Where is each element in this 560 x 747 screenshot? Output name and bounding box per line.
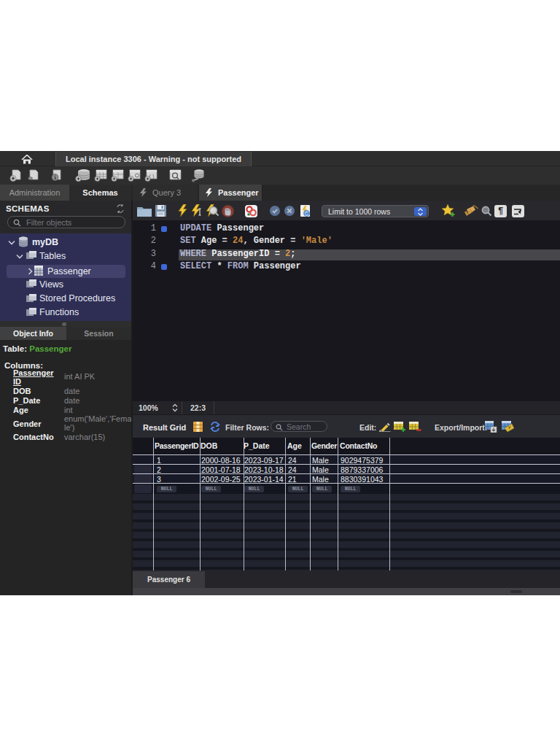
svg-text:i: i xyxy=(54,174,55,181)
